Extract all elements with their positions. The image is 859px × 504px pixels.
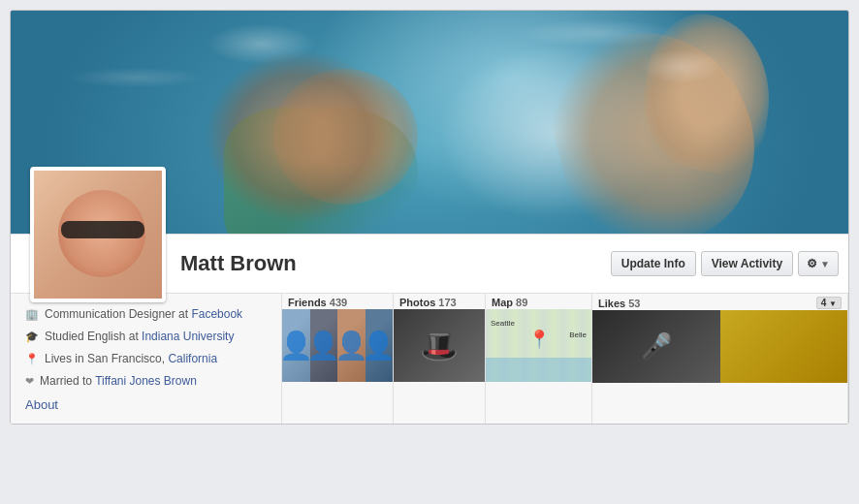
friend-thumb-4[interactable]	[366, 309, 394, 382]
friend-thumb-3[interactable]	[337, 309, 366, 382]
location-info: 📍 Lives in San Francisco, California	[25, 350, 267, 367]
profile-page: Matt Brown Update Info View Activity ⚙ ▼…	[10, 10, 849, 425]
location-icon: 📍	[25, 351, 39, 367]
education-info: 🎓 Studied English at Indiana University	[25, 328, 267, 345]
thumbnails-area: Friends 439	[282, 294, 848, 424]
friend-avatar-1	[282, 309, 310, 382]
gear-dropdown-arrow: ▼	[820, 259, 830, 269]
map-section: Map 89 Seattle Belle	[486, 294, 592, 424]
job-link[interactable]: Facebook	[191, 307, 242, 321]
friend-thumb-1[interactable]	[282, 309, 310, 382]
location-text: Lives in San Francisco, California	[45, 350, 217, 367]
left-info-panel: 🏢 Communication Designer at Facebook 🎓 S…	[11, 294, 282, 424]
view-activity-button[interactable]: View Activity	[701, 251, 793, 276]
likes-label: Likes 53 4 ▼	[592, 294, 847, 310]
map-thumb-img[interactable]: Seattle Belle	[486, 309, 591, 382]
update-info-button[interactable]: Update Info	[611, 251, 696, 276]
relationship-info: ❤ Married to Tiffani Jones Brown	[25, 372, 267, 390]
university-link[interactable]: Indiana University	[142, 330, 234, 343]
gear-button[interactable]: ⚙ ▼	[798, 251, 839, 276]
education-text: Studied English at Indiana University	[45, 328, 234, 345]
likes-thumb-2[interactable]	[720, 310, 848, 383]
job-icon: 🏢	[25, 306, 39, 323]
heart-icon: ❤	[25, 373, 34, 390]
friends-thumbnails	[282, 309, 393, 424]
gear-icon: ⚙	[807, 257, 817, 270]
likes-num-badge[interactable]: 4 ▼	[816, 297, 842, 309]
photos-label: Photos 173	[394, 294, 485, 309]
relationship-text: Married to Tiffani Jones Brown	[40, 372, 197, 390]
avatar-glasses	[61, 221, 144, 238]
likes-section: Likes 53 4 ▼	[592, 294, 848, 424]
friend-avatar-2	[310, 309, 338, 382]
map-label-text: Map 89	[486, 294, 591, 309]
map-water	[486, 358, 591, 382]
map-thumbnails: Seattle Belle	[486, 309, 591, 424]
photos-section: Photos 173	[394, 294, 486, 424]
avatar	[30, 167, 166, 302]
job-info: 🏢 Communication Designer at Facebook	[25, 305, 267, 323]
friend-thumb-2[interactable]	[310, 309, 338, 382]
friend-avatar-4	[366, 309, 394, 382]
profile-section: Matt Brown Update Info View Activity ⚙ ▼	[11, 234, 848, 293]
location-link[interactable]: California	[168, 352, 217, 365]
photo-figure	[394, 309, 485, 382]
friends-label: Friends 439	[282, 294, 393, 309]
likes-figure	[592, 310, 720, 383]
photo-thumb-1[interactable]	[394, 309, 485, 382]
friend-avatar-3	[337, 309, 366, 382]
job-text: Communication Designer at Facebook	[45, 305, 242, 323]
spouse-link[interactable]: Tiffani Jones Brown	[95, 374, 197, 388]
map-city1: Seattle	[491, 319, 515, 328]
map-city2: Belle	[569, 331, 587, 339]
photos-thumbnails	[394, 309, 485, 424]
bottom-section: 🏢 Communication Designer at Facebook 🎓 S…	[11, 293, 848, 424]
friends-section: Friends 439	[282, 294, 394, 424]
profile-name: Matt Brown	[180, 251, 297, 276]
education-icon: 🎓	[25, 329, 39, 345]
likes-thumbnails	[592, 310, 847, 424]
profile-actions: Update Info View Activity ⚙ ▼	[611, 251, 839, 276]
about-link[interactable]: About	[25, 397, 267, 412]
likes-thumb-1[interactable]	[592, 310, 720, 383]
